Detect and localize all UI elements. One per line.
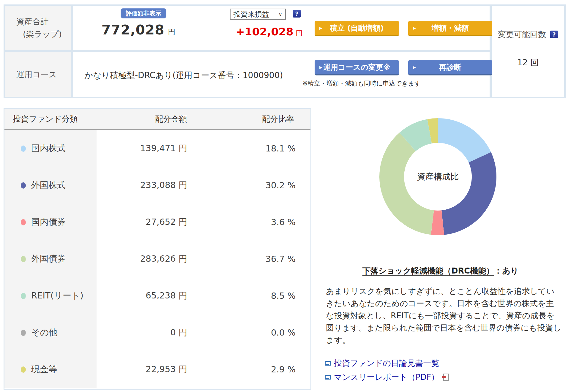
allocation-ratio-cell: 3.6 % [195,204,310,241]
allocation-ratio-cell: 36.7 % [195,241,310,277]
fund-category-cell: 国内債券 [4,204,97,241]
change-count-value: 12 回 [517,57,539,68]
drc-heading: 下落ショック軽減機能（DRC機能） [362,265,494,276]
allocation-amount-cell: 139,471 円 [97,130,195,167]
pdf-icon [443,374,449,381]
allocation-amount-cell: 233,088 円 [97,167,195,204]
arrow-right-icon: ▶ [319,65,322,69]
asset-total-value: 772,028 [102,22,165,38]
table-row: 国内株式139,471 円18.1 % [4,130,310,167]
links-area: 投資ファンドの目論見書一覧マンスリーレポート（PDF） [325,358,449,382]
window-icon [325,375,331,380]
hide-valuation-button[interactable]: 評価額非表示 [121,8,166,18]
table-row: 外国債券283,626 円36.7 % [4,241,310,277]
category-color-dot [21,219,26,225]
pl-amount: +102,028円 [228,26,311,38]
asset-composition-chart: 資産構成比 [376,114,500,239]
fund-category-cell: 外国株式 [4,167,97,204]
zougaku-genngaku-button[interactable]: ▶ 増額・減額 [408,21,492,36]
category-color-dot [21,146,26,152]
allocation-amount-cell: 0 円 [97,314,195,351]
fund-category-cell: 現金等 [4,351,97,388]
allocation-amount-cell: 283,626 円 [97,241,195,277]
asset-total-unit: 円 [168,28,175,36]
category-color-dot [21,182,26,189]
change-course-button-label: 運用コースの変更※ [323,62,390,72]
asset-donut-svg [376,114,500,239]
allocation-ratio-cell: 8.5 % [195,277,310,314]
arrow-right-icon: ▶ [413,65,416,69]
allocation-amount-cell: 27,652 円 [97,204,195,241]
window-icon [325,361,331,366]
link[interactable]: マンスリーレポート（PDF） [325,372,449,382]
header-allocation-amount: 配分金額 [97,114,195,124]
change-count-help-icon[interactable]: ? [550,31,558,38]
fund-category-cell: 国内株式 [4,130,97,167]
allocation-table: 投資ファンド分類 配分金額 配分比率 国内株式139,471 円18.1 %外国… [4,108,311,390]
pl-value: +102,028 [236,26,293,38]
link-label[interactable]: マンスリーレポート（PDF） [334,372,439,382]
table-row: その他0 円0.0 % [4,314,310,351]
allocation-amount-cell: 65,238 円 [97,277,195,314]
fund-category-label: 外国株式 [31,179,66,191]
fund-category-label: 国内株式 [31,143,66,154]
course-name-text: かなり積極型-DRCあり(運用コース番号：1000900) [84,70,283,81]
course-description: あまりリスクを気にしすぎずに、とことん収益性を追求していきたいあなたのためのコー… [326,285,562,346]
drc-feature-box: 下落ショック軽減機能（DRC機能）：あり [326,264,555,278]
donut-segment-外国債券 [379,132,434,235]
allocation-table-header: 投資ファンド分類 配分金額 配分比率 [4,109,310,130]
asset-total-amount: 772,028円 [82,22,195,38]
tsumitate-button[interactable]: ▶ 積立 (自動増額) [315,21,399,36]
header-allocation-ratio: 配分比率 [195,114,310,124]
pl-unit: 円 [296,29,303,37]
tsumitate-button-label: 積立 (自動増額) [330,23,384,33]
link-label[interactable]: 投資ファンドの目論見書一覧 [334,358,439,369]
category-color-dot [21,293,26,299]
category-color-dot [21,256,26,262]
arrow-right-icon: ▶ [413,26,416,30]
rediagnosis-button[interactable]: ▶ 再診断 [408,60,492,75]
fund-category-cell: REIT(リート) [4,277,97,314]
fund-category-cell: 外国債券 [4,241,97,277]
course-label-text: 運用コース [16,68,71,81]
pl-period-select[interactable]: 投資来損益 ∨ [230,9,286,20]
allocation-ratio-cell: 30.2 % [195,167,310,204]
category-color-dot [21,330,26,336]
asset-total-content: 評価額非表示 772,028円 投資来損益 ∨ ? +102,028円 ▶ 積立… [73,6,490,50]
donut-segment-外国株式 [441,152,496,235]
table-row: 現金等22,953 円2.9 % [4,351,310,388]
course-row-label: 運用コース [5,52,71,97]
rediagnosis-button-label: 再診断 [439,62,461,72]
course-note-text: ※積立・増額・減額も同時に申込できます [302,79,421,88]
fund-category-label: 外国債券 [31,253,66,265]
fund-category-label: 現金等 [31,363,57,375]
chevron-down-icon: ∨ [279,11,282,17]
course-content: かなり積極型-DRCあり(運用コース番号：1000900) ▶ 運用コースの変更… [73,52,490,97]
link[interactable]: 投資ファンドの目論見書一覧 [325,358,449,369]
fund-category-label: REIT(リート) [31,290,83,302]
category-color-dot [21,366,26,373]
allocation-ratio-cell: 18.1 % [195,130,310,167]
pl-help-icon[interactable]: ? [293,10,301,18]
allocation-ratio-cell: 2.9 % [195,351,310,388]
table-row: REIT(リート)65,238 円8.5 % [4,277,310,314]
table-row: 外国株式233,088 円30.2 % [4,167,310,204]
change-course-button[interactable]: ▶ 運用コースの変更※ [315,60,399,75]
asset-total-label-line2: (楽ラップ) [16,28,71,40]
allocation-ratio-cell: 0.0 % [195,314,310,351]
asset-total-label-line1: 資産合計 [16,15,71,28]
allocation-amount-cell: 22,953 円 [97,351,195,388]
account-summary-panel: 資産合計 (楽ラップ) 評価額非表示 772,028円 投資来損益 ∨ ? +1… [4,4,566,98]
zougaku-button-label: 増額・減額 [432,23,469,33]
allocation-table-body: 国内株式139,471 円18.1 %外国株式233,088 円30.2 %国内… [4,130,310,388]
asset-total-row-label: 資産合計 (楽ラップ) [5,6,71,50]
fund-category-cell: その他 [4,314,97,351]
header-fund-category: 投資ファンド分類 [4,114,97,124]
fund-category-label: 国内債券 [31,216,66,228]
change-count-cell: 変更可能回数 ? 12 回 [492,6,564,97]
change-count-label: 変更可能回数 [498,29,546,40]
pl-period-select-value: 投資来損益 [234,10,269,19]
table-row: 国内債券27,652 円3.6 % [4,204,310,241]
arrow-right-icon: ▶ [319,26,322,30]
fund-category-label: その他 [31,327,57,339]
